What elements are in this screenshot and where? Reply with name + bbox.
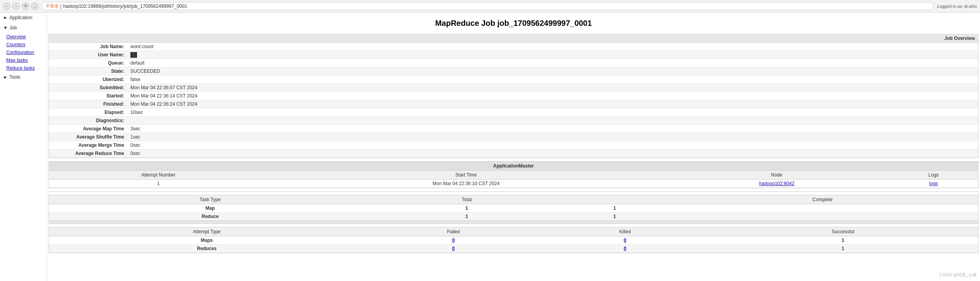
col-start-time: Start Time xyxy=(268,171,664,180)
home-button[interactable]: ⌂ xyxy=(31,3,38,10)
sidebar-item-map-tasks[interactable]: Map tasks xyxy=(0,56,47,64)
logs-link[interactable]: logs xyxy=(889,180,978,188)
sidebar-tools-section[interactable]: ► Tools xyxy=(0,72,47,82)
tools-label: Tools xyxy=(9,74,20,80)
application-master-table: Attempt Number Start Time Node Logs 1 Mo… xyxy=(49,171,978,188)
browser-chrome: ← → ⟳ ⌂ 不安全 | hadoop102:19888/jobhistory… xyxy=(0,0,980,13)
field-label: User Name: xyxy=(49,51,127,59)
maps-failed[interactable]: 0 xyxy=(365,236,542,245)
field-label: Job Name: xyxy=(49,43,127,51)
application-arrow-icon: ► xyxy=(3,15,8,20)
security-separator: | xyxy=(60,4,61,9)
job-arrow-icon: ▼ xyxy=(3,25,8,31)
map-total: 1 xyxy=(371,204,562,213)
reduce-complete xyxy=(667,213,978,221)
field-label: Finished: xyxy=(49,100,127,108)
sidebar-item-counters[interactable]: Counters xyxy=(0,41,47,49)
node-link[interactable]: hadoop102:8042 xyxy=(664,180,889,188)
sidebar-application-section[interactable]: ► Application xyxy=(0,13,47,23)
browser-controls[interactable]: ← → ⟳ ⌂ xyxy=(3,3,38,10)
maps-successful: 1 xyxy=(708,236,978,245)
col-total: Total xyxy=(371,195,562,204)
tools-arrow-icon: ► xyxy=(3,74,8,80)
task-type-map: Map xyxy=(49,204,371,213)
col-logs: Logs xyxy=(889,171,978,180)
map-extra: 1 xyxy=(562,204,667,213)
field-value: SUCCEEDED xyxy=(127,67,978,76)
field-label: Elapsed: xyxy=(49,108,127,117)
map-complete xyxy=(667,204,978,213)
field-value: Mon Mar 04 22:36:14 CST 2024 xyxy=(127,92,978,100)
reduces-attempt-row: Reduces 0 0 1 xyxy=(49,245,978,253)
task-type-table: Task Type Total Complete Map 1 1 Reduce xyxy=(49,195,978,221)
field-value: default xyxy=(127,59,978,67)
watermark: CSDN @阿昊_么林 xyxy=(939,272,977,278)
field-label: Average Shuffle Time xyxy=(49,133,127,141)
field-value: false xyxy=(127,76,978,84)
reduce-total: 1 xyxy=(371,213,562,221)
field-value: 3sec xyxy=(127,125,978,133)
table-row: Job Name: word count xyxy=(49,43,978,51)
reduces-failed[interactable]: 0 xyxy=(365,245,542,253)
table-row: Started: Mon Mar 04 22:36:14 CST 2024 xyxy=(49,92,978,100)
sidebar-item-configuration[interactable]: Configuration xyxy=(0,49,47,56)
address-bar[interactable]: 不安全 | hadoop102:19888/jobhistory/job/job… xyxy=(42,2,934,10)
field-value: 1sec xyxy=(127,133,978,141)
field-label: Average Merge Time xyxy=(49,141,127,150)
table-row: 1 Mon Mar 04 22:36:10 CST 2024 hadoop102… xyxy=(49,180,978,188)
field-value: ██ xyxy=(127,51,978,59)
table-row: Average Merge Time 0sec xyxy=(49,141,978,150)
col-complete: Complete xyxy=(667,195,978,204)
logged-in-label: Logged in as: dr.who xyxy=(937,4,977,9)
main-content: MapReduce Job job_1709562499997_0001 Job… xyxy=(47,13,980,281)
map-row: Map 1 1 xyxy=(49,204,978,213)
job-label: Job xyxy=(9,25,17,31)
col-successful: Successful xyxy=(708,227,978,236)
field-label: Average Reduce Time xyxy=(49,150,127,158)
table-row: User Name: ██ xyxy=(49,51,978,59)
field-label: State: xyxy=(49,67,127,76)
sidebar-job-section[interactable]: ▼ Job xyxy=(0,23,47,33)
url-text: hadoop102:19888/jobhistory/job/job_17095… xyxy=(63,4,187,9)
field-value: Mon Mar 04 22:36:24 CST 2024 xyxy=(127,100,978,108)
reduce-extra: 1 xyxy=(562,213,667,221)
task-type-reduce: Reduce xyxy=(49,213,371,221)
attempt-type-reduces: Reduces xyxy=(49,245,365,253)
task-type-header-row: Task Type Total Complete xyxy=(49,195,978,204)
attempt-type-subheader xyxy=(49,221,978,224)
table-row: Average Map Time 3sec xyxy=(49,125,978,133)
col-attempt-type: Attempt Type xyxy=(49,227,365,236)
col-failed: Failed xyxy=(365,227,542,236)
sidebar-item-reduce-tasks[interactable]: Reduce tasks xyxy=(0,64,47,72)
application-master-header: ApplicationMaster xyxy=(49,162,978,171)
field-label: Submitted: xyxy=(49,84,127,92)
attempt-type-table: Attempt Type Failed Killed Successful Ma… xyxy=(49,227,978,253)
reduce-row: Reduce 1 1 xyxy=(49,213,978,221)
forward-button[interactable]: → xyxy=(13,3,20,10)
task-summary-container: Task Type Total Complete Map 1 1 Reduce xyxy=(49,191,978,253)
field-label: Uberized: xyxy=(49,76,127,84)
sidebar: ► Application ▼ Job Overview Counters Co… xyxy=(0,13,47,281)
security-warning: 不安全 xyxy=(46,3,59,9)
field-value: 10sec xyxy=(127,108,978,117)
maps-killed[interactable]: 0 xyxy=(542,236,708,245)
field-value: word count xyxy=(127,43,978,51)
job-overview-container: Job Overview Job Name: word count User N… xyxy=(49,34,978,158)
table-row: Average Shuffle Time 1sec xyxy=(49,133,978,141)
col-task-type: Task Type xyxy=(49,195,371,204)
refresh-button[interactable]: ⟳ xyxy=(22,3,29,10)
maps-attempt-row: Maps 0 0 1 xyxy=(49,236,978,245)
start-time: Mon Mar 04 22:36:10 CST 2024 xyxy=(268,180,664,188)
application-label: Application xyxy=(9,15,32,20)
job-info-table: Job Name: word count User Name: ██ Queue… xyxy=(49,43,978,158)
table-row: Submitted: Mon Mar 04 22:36:07 CST 2024 xyxy=(49,84,978,92)
reduces-killed[interactable]: 0 xyxy=(542,245,708,253)
attempt-type-header-row: Attempt Type Failed Killed Successful xyxy=(49,227,978,236)
field-value: Mon Mar 04 22:36:07 CST 2024 xyxy=(127,84,978,92)
table-row: Finished: Mon Mar 04 22:36:24 CST 2024 xyxy=(49,100,978,108)
application-master-container: ApplicationMaster Attempt Number Start T… xyxy=(49,161,978,188)
field-label: Average Map Time xyxy=(49,125,127,133)
sidebar-item-overview[interactable]: Overview xyxy=(0,33,47,41)
back-button[interactable]: ← xyxy=(3,3,10,10)
job-overview-header: Job Overview xyxy=(49,34,978,43)
